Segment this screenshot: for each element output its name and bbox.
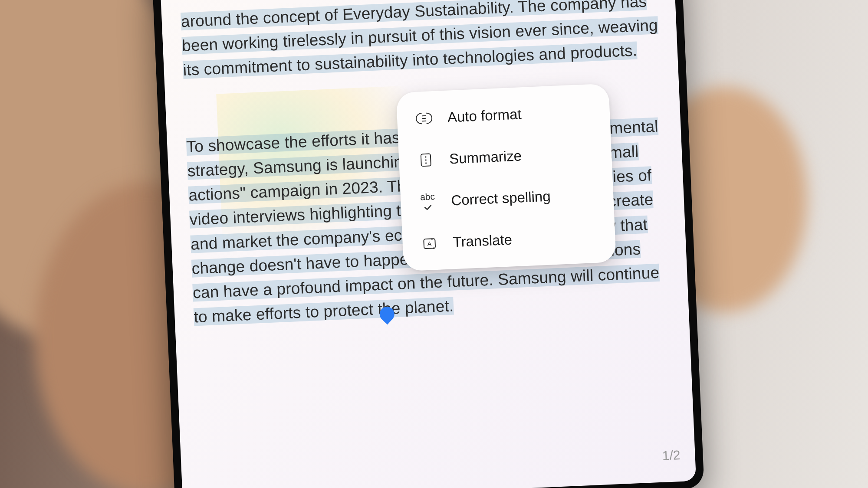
summarize-icon: [416, 150, 436, 170]
document-paragraph[interactable]: around the concept of Everyday Sustainab…: [181, 0, 661, 83]
menu-item-label: Translate: [453, 231, 513, 250]
photo-background: around the concept of Everyday Sustainab…: [0, 0, 868, 488]
svg-point-6: [425, 162, 427, 164]
selected-text[interactable]: around the concept of Everyday Sustainab…: [181, 0, 658, 79]
phone-device: around the concept of Everyday Sustainab…: [152, 0, 704, 488]
phone-screen[interactable]: around the concept of Everyday Sustainab…: [160, 0, 696, 488]
svg-point-4: [425, 156, 426, 157]
menu-item-label: Summarize: [449, 147, 522, 167]
spelling-icon: abc: [418, 192, 438, 212]
menu-item-label: Correct spelling: [451, 188, 551, 209]
svg-point-5: [425, 159, 427, 160]
auto-format-icon: [414, 108, 434, 128]
menu-item-translate[interactable]: A Translate: [402, 214, 616, 265]
svg-text:A: A: [427, 240, 432, 247]
menu-item-label: Auto format: [447, 106, 522, 125]
translate-icon: A: [420, 233, 440, 253]
text-actions-menu: Auto format Summarize: [396, 83, 616, 271]
page-counter: 1/2: [662, 448, 681, 463]
